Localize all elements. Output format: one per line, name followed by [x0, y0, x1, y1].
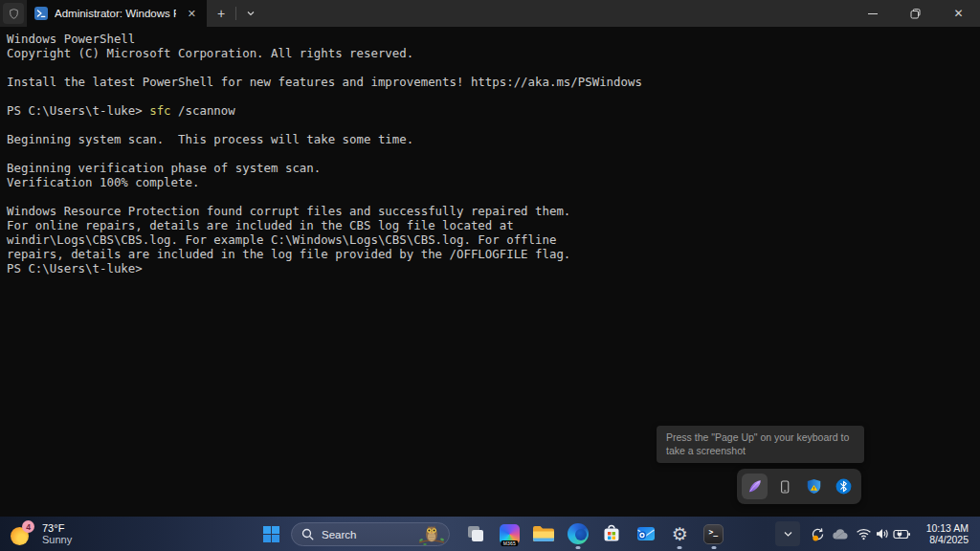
- terminal-line: repairs, details are included in the log…: [7, 247, 980, 261]
- bluetooth-tool-button[interactable]: [831, 474, 857, 499]
- admin-shield-icon: [8, 8, 20, 20]
- chevron-down-icon: [246, 9, 256, 18]
- terminal-line: [7, 89, 980, 103]
- wifi-icon: [856, 527, 872, 540]
- powershell-icon: [34, 7, 48, 20]
- quick-toolbar: [737, 469, 861, 504]
- tab-title: Administrator: Windows Pow: [55, 8, 176, 19]
- terminal-tab[interactable]: Administrator: Windows Pow ✕: [27, 0, 207, 27]
- new-tab-button[interactable]: +: [207, 0, 235, 27]
- close-button[interactable]: ✕: [937, 0, 980, 27]
- search-icon: [301, 528, 314, 540]
- gear-icon: ⚙: [672, 525, 688, 543]
- copilot-m365-badge: M365: [501, 540, 518, 546]
- terminal-line: Verification 100% complete.: [7, 175, 980, 189]
- tray-status-button[interactable]: [852, 527, 915, 540]
- terminal-line: [7, 118, 980, 132]
- search-input[interactable]: Search: [291, 522, 450, 546]
- taskbar-app-settings[interactable]: ⚙: [663, 517, 698, 551]
- admin-shield-button: [3, 3, 24, 24]
- tray-overflow-button[interactable]: [775, 521, 800, 546]
- terminal-line: Beginning system scan. This process will…: [7, 132, 980, 146]
- taskbar-app-store[interactable]: [594, 517, 629, 551]
- file-explorer-icon: [532, 524, 555, 543]
- terminal-line: PS C:\Users\t-luke> sfc /scannow: [7, 103, 980, 118]
- restore-icon: [910, 9, 921, 19]
- system-tray: 10:13 AM 8/4/2025: [775, 517, 976, 551]
- phone-tool-button[interactable]: [771, 474, 797, 499]
- terminal-line: Windows PowerShell: [7, 32, 980, 46]
- feather-icon: [746, 477, 764, 496]
- clock-time: 10:13 AM: [915, 522, 969, 535]
- terminal-line: For online repairs, details are included…: [7, 218, 980, 232]
- admin-shield-zone: [0, 0, 27, 27]
- terminal-line: Install the latest PowerShell for new fe…: [7, 75, 980, 89]
- running-indicator: [575, 546, 580, 549]
- taskbar-app-edge[interactable]: [561, 517, 595, 551]
- running-indicator: [678, 546, 682, 549]
- taskbar-app-outlook[interactable]: [629, 517, 663, 551]
- search-daily-owl-icon[interactable]: [417, 522, 446, 546]
- close-icon: ✕: [953, 7, 963, 20]
- terminal-line: Copyright (C) Microsoft Corporation. All…: [7, 46, 980, 60]
- start-button[interactable]: [255, 518, 287, 549]
- terminal-line: [7, 146, 980, 161]
- feather-tool-button[interactable]: [742, 474, 768, 499]
- screenshot-tooltip: Press the "Page Up" on your keyboard to …: [657, 426, 864, 463]
- terminal-line: Beginning verification phase of system s…: [7, 161, 980, 175]
- microsoft-store-icon: [601, 523, 622, 544]
- security-tool-button[interactable]: [801, 474, 827, 499]
- terminal-line: [7, 189, 980, 204]
- terminal-icon: >_: [703, 524, 724, 544]
- volume-icon: [875, 527, 890, 540]
- clock-date: 8/4/2025: [915, 534, 969, 546]
- outlook-icon: [635, 523, 657, 544]
- taskbar-apps: M365: [458, 517, 731, 551]
- titlebar-drag-area[interactable]: [265, 0, 851, 27]
- terminal-line: windir\Logs\CBS\CBS.log. For example C:\…: [7, 232, 980, 247]
- sync-pending-icon: [810, 526, 826, 542]
- taskbar-app-file-explorer[interactable]: [526, 517, 561, 551]
- taskbar-app-terminal[interactable]: >_: [697, 517, 731, 551]
- terminal-line: PS C:\Users\t-luke>: [7, 261, 980, 276]
- taskbar-app-task-view[interactable]: [458, 517, 493, 551]
- phone-icon: [776, 478, 793, 496]
- tray-clock[interactable]: 10:13 AM 8/4/2025: [915, 522, 976, 546]
- weather-widget[interactable]: 4 73°F Sunny: [9, 517, 72, 551]
- onedrive-cloud-icon: [832, 527, 850, 540]
- taskbar-app-copilot[interactable]: M365: [493, 517, 527, 551]
- desktop: Administrator: Windows Pow ✕ + ✕ Windows…: [0, 0, 980, 551]
- sunny-icon: 4: [9, 520, 35, 547]
- minimize-icon: [868, 13, 878, 14]
- search-placeholder: Search: [322, 529, 417, 540]
- security-shield-icon: [805, 477, 823, 496]
- running-indicator: [711, 546, 716, 549]
- tab-dropdown-button[interactable]: [236, 0, 265, 27]
- edge-icon: [568, 523, 589, 544]
- chevron-down-icon: [783, 529, 793, 540]
- windows-logo-icon: [263, 526, 279, 542]
- bluetooth-icon: [835, 477, 853, 496]
- task-view-icon: [465, 523, 486, 544]
- weather-condition: Sunny: [42, 534, 72, 546]
- terminal-line: Windows Resource Protection found corrup…: [7, 204, 980, 218]
- restore-button[interactable]: [894, 0, 937, 27]
- close-tab-button[interactable]: ✕: [183, 6, 201, 22]
- taskbar: 4 73°F Sunny Search: [0, 517, 980, 551]
- terminal-titlebar: Administrator: Windows Pow ✕ + ✕: [0, 0, 980, 27]
- copilot-icon: M365: [500, 524, 520, 544]
- terminal-line: [7, 60, 980, 75]
- tray-onedrive-button[interactable]: [829, 521, 852, 546]
- widget-notification-badge: 4: [22, 520, 34, 533]
- weather-temperature: 73°F: [42, 522, 72, 535]
- tray-sync-button[interactable]: [806, 521, 829, 546]
- battery-charging-icon: [893, 528, 911, 540]
- minimize-button[interactable]: [851, 0, 894, 27]
